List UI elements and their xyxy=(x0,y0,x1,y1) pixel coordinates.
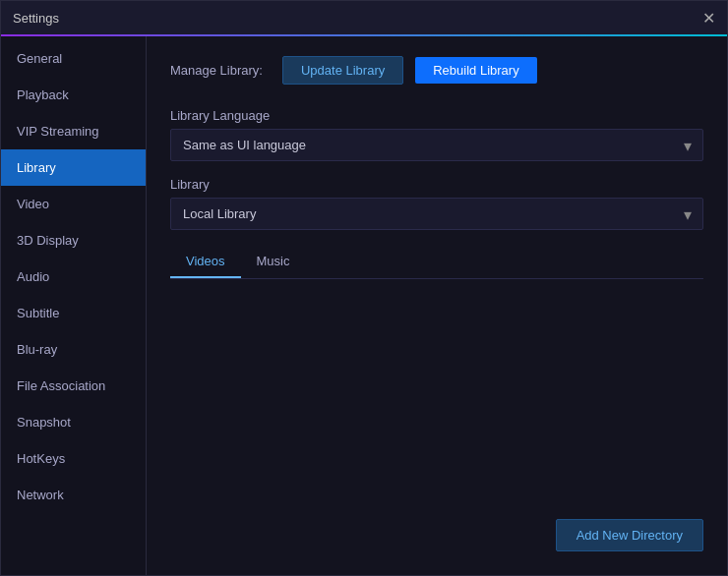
library-select-wrapper: Local Library xyxy=(170,198,703,230)
sidebar-item-vip-streaming[interactable]: VIP Streaming xyxy=(1,113,146,149)
close-button[interactable]: ✕ xyxy=(702,9,715,28)
library-language-select[interactable]: Same as UI language xyxy=(170,129,703,161)
sidebar-item-network[interactable]: Network xyxy=(1,477,146,513)
main-panel: Manage Library: Update Library Rebuild L… xyxy=(147,36,727,575)
sidebar-item-general[interactable]: General xyxy=(1,40,146,77)
update-library-button[interactable]: Update Library xyxy=(282,56,403,85)
rebuild-library-button[interactable]: Rebuild Library xyxy=(415,57,536,84)
sidebar-item-hotkeys[interactable]: HotKeys xyxy=(1,440,146,477)
content-area: GeneralPlaybackVIP StreamingLibraryVideo… xyxy=(1,36,727,575)
library-language-group: Library Language Same as UI language xyxy=(170,108,703,161)
add-new-directory-button[interactable]: Add New Directory xyxy=(556,519,703,551)
sidebar-item-3d-display[interactable]: 3D Display xyxy=(1,222,146,259)
sidebar-item-subtitle[interactable]: Subtitle xyxy=(1,295,146,331)
sidebar-item-library[interactable]: Library xyxy=(1,149,146,186)
sidebar-item-file-association[interactable]: File Association xyxy=(1,368,146,404)
sidebar-item-blu-ray[interactable]: Blu-ray xyxy=(1,331,146,368)
library-language-select-wrapper: Same as UI language xyxy=(170,129,703,161)
sidebar-item-snapshot[interactable]: Snapshot xyxy=(1,404,146,440)
library-select[interactable]: Local Library xyxy=(170,198,703,230)
manage-library-label: Manage Library: xyxy=(170,63,263,78)
manage-library-row: Manage Library: Update Library Rebuild L… xyxy=(170,56,703,85)
sidebar: GeneralPlaybackVIP StreamingLibraryVideo… xyxy=(1,36,147,575)
library-label: Library xyxy=(170,177,703,192)
bottom-bar: Add New Directory xyxy=(170,507,703,555)
tab-videos[interactable]: Videos xyxy=(170,246,241,278)
sidebar-item-playback[interactable]: Playback xyxy=(1,77,146,113)
titlebar: Settings ✕ xyxy=(1,1,727,36)
settings-window: Settings ✕ GeneralPlaybackVIP StreamingL… xyxy=(0,0,728,576)
tabs-row: VideosMusic xyxy=(170,246,703,279)
sidebar-item-video[interactable]: Video xyxy=(1,186,146,222)
library-group: Library Local Library xyxy=(170,177,703,230)
library-language-label: Library Language xyxy=(170,108,703,123)
tab-music[interactable]: Music xyxy=(241,246,306,278)
window-title: Settings xyxy=(13,11,59,26)
tab-content xyxy=(170,279,703,507)
sidebar-item-audio[interactable]: Audio xyxy=(1,259,146,295)
